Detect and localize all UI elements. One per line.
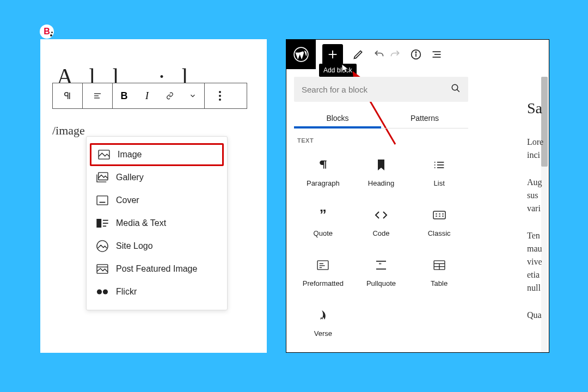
svg-line-30 <box>457 89 460 92</box>
block-inserter: Search for a block Blocks Patterns TEXT … <box>294 77 468 347</box>
svg-text:”: ” <box>378 261 381 268</box>
info-icon[interactable] <box>411 49 421 60</box>
add-block-button[interactable]: Add block <box>322 44 343 65</box>
editor-slash-panel: A l l · l B I /image I <box>40 39 267 353</box>
tab-patterns[interactable]: Patterns <box>381 107 468 128</box>
svg-point-29 <box>452 84 458 90</box>
svg-rect-10 <box>96 219 101 228</box>
gallery-icon <box>96 171 108 183</box>
edit-icon[interactable] <box>353 49 364 60</box>
preformatted-icon <box>317 258 329 273</box>
inserter-tabs: Blocks Patterns <box>294 107 468 128</box>
content-preview: Sa Loreinci Augsusvari Tenmauviveetianul… <box>527 100 549 336</box>
svg-rect-15 <box>97 265 108 273</box>
suggestion-label: Site Logo <box>116 241 153 251</box>
search-icon <box>451 83 461 95</box>
suggestion-site-logo[interactable]: Site Logo <box>87 235 227 258</box>
preview-title: Sa <box>527 100 549 117</box>
verse-icon <box>318 308 327 323</box>
svg-point-18 <box>103 289 108 294</box>
suggestion-media-text[interactable]: Media & Text <box>87 212 227 235</box>
svg-point-3 <box>219 91 221 93</box>
table-icon <box>433 258 445 273</box>
search-placeholder: Search for a block <box>302 85 367 94</box>
suggestion-label: Image <box>118 150 142 160</box>
svg-point-24 <box>415 52 416 53</box>
outline-icon[interactable] <box>431 50 442 59</box>
site-logo-icon <box>96 240 108 252</box>
suggestion-label: Media & Text <box>116 218 166 228</box>
align-icon[interactable] <box>83 83 113 108</box>
bookmark-icon <box>377 157 385 173</box>
block-table[interactable]: Table <box>410 247 468 297</box>
svg-rect-37 <box>433 211 445 219</box>
block-quote[interactable]: ”Quote <box>294 197 352 247</box>
slash-command-input[interactable]: /image <box>52 124 85 138</box>
svg-rect-8 <box>97 196 108 205</box>
suggestion-label: Post Featured Image <box>116 264 197 274</box>
section-heading: TEXT <box>294 128 468 147</box>
suggestion-label: Flickr <box>116 287 137 297</box>
editor-topbar: Add block <box>286 40 549 69</box>
block-classic[interactable]: Classic <box>410 197 468 247</box>
tab-blocks[interactable]: Blocks <box>294 107 381 128</box>
more-options-icon[interactable] <box>205 83 235 108</box>
list-icon <box>434 157 445 173</box>
svg-point-5 <box>219 99 221 101</box>
cover-icon <box>96 194 108 206</box>
block-suggestion-popover: Image Gallery Cover Media & Text Site Lo… <box>86 136 228 310</box>
block-pullquote[interactable]: ”Pullquote <box>352 247 411 297</box>
undo-icon[interactable] <box>373 49 384 60</box>
image-icon <box>98 149 110 161</box>
suggestion-image[interactable]: Image <box>90 143 224 166</box>
block-preformatted[interactable]: Preformatted <box>294 247 352 297</box>
code-icon <box>375 207 388 223</box>
mouse-cursor <box>341 64 349 74</box>
suggestion-gallery[interactable]: Gallery <box>87 166 227 189</box>
paragraph-block-icon[interactable] <box>53 83 83 108</box>
pullquote-icon: ” <box>375 258 387 273</box>
brand-logo <box>40 24 54 39</box>
block-code[interactable]: Code <box>352 197 411 247</box>
suggestion-cover[interactable]: Cover <box>87 189 227 212</box>
paragraph-icon <box>317 157 328 173</box>
suggestion-label: Cover <box>116 195 139 205</box>
svg-point-4 <box>219 95 221 97</box>
suggestion-featured-image[interactable]: Post Featured Image <box>87 258 227 280</box>
suggestion-label: Gallery <box>116 173 144 182</box>
media-text-icon <box>96 217 108 229</box>
svg-point-17 <box>97 289 102 294</box>
quote-icon: ” <box>320 207 327 223</box>
flickr-icon <box>96 286 108 298</box>
featured-image-icon <box>96 263 108 275</box>
preview-text: Tenmauviveetianull <box>527 229 549 295</box>
block-verse[interactable]: Verse <box>294 297 352 347</box>
chevron-down-icon[interactable] <box>181 83 204 108</box>
block-grid: Paragraph Heading List ”Quote Code Class… <box>294 147 468 347</box>
redo-icon[interactable] <box>390 49 401 60</box>
svg-rect-44 <box>317 260 328 269</box>
block-list[interactable]: List <box>410 147 468 197</box>
preview-text: Loreinci <box>527 136 549 162</box>
block-search-input[interactable]: Search for a block <box>294 77 468 102</box>
wordpress-logo[interactable] <box>286 40 316 69</box>
block-inserter-panel: Add block Search for a block <box>286 39 549 353</box>
block-toolbar: B I <box>52 83 247 109</box>
italic-icon[interactable]: I <box>136 83 158 108</box>
bold-icon[interactable]: B <box>113 83 136 108</box>
link-icon[interactable] <box>158 83 181 108</box>
classic-icon <box>433 207 446 223</box>
suggestion-flickr[interactable]: Flickr <box>87 280 227 303</box>
block-paragraph[interactable]: Paragraph <box>294 147 352 197</box>
preview-text: Qua <box>527 309 549 322</box>
block-heading[interactable]: Heading <box>352 147 411 197</box>
preview-text: Augsusvari <box>527 176 549 215</box>
